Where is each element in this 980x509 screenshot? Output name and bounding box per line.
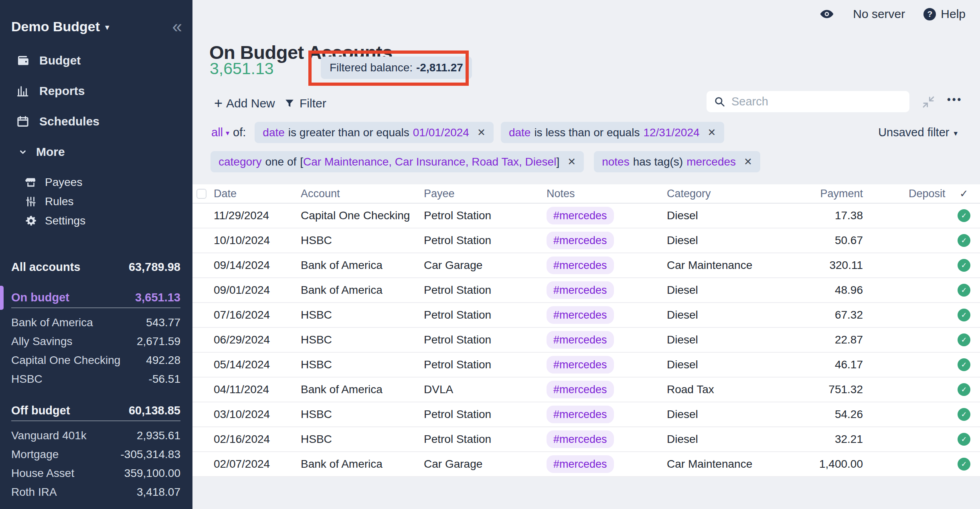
- filter-button[interactable]: Filter: [284, 95, 326, 111]
- unsaved-filter-dropdown[interactable]: Unsaved filter ▾: [878, 122, 958, 143]
- account-balance: 359,100.00: [124, 467, 180, 480]
- transaction-row[interactable]: 02/16/2024 HSBC Petrol Station #mercedes…: [192, 427, 980, 452]
- sidebar-account-item[interactable]: Roth IRA 3,418.07: [0, 483, 192, 501]
- off-budget-row[interactable]: Off budget 60,138.85: [0, 401, 192, 420]
- transaction-row[interactable]: 10/10/2024 HSBC Petrol Station #mercedes…: [192, 228, 980, 253]
- transaction-row[interactable]: 11/29/2024 Capital One Checking Petrol S…: [192, 204, 980, 228]
- note-tag[interactable]: #mercedes: [547, 232, 614, 249]
- note-tag[interactable]: #mercedes: [547, 281, 614, 299]
- transaction-payment: 751.32: [746, 383, 863, 396]
- sidebar-account-item[interactable]: Ally Savings 2,671.59: [0, 332, 192, 351]
- sidebar-account-item[interactable]: Capital One Checking 492.28: [0, 351, 192, 370]
- transaction-payment: 67.32: [746, 309, 863, 321]
- account-name: Mortgage: [11, 448, 59, 461]
- privacy-eye-button[interactable]: [819, 6, 834, 22]
- filter-condition-chip[interactable]: category one of [Car Maintenance, Car In…: [211, 151, 584, 172]
- note-tag[interactable]: #mercedes: [547, 306, 614, 324]
- select-all-checkbox[interactable]: [196, 189, 207, 199]
- filter-match-control: all ▾ of:: [211, 126, 246, 139]
- note-tag[interactable]: #mercedes: [547, 356, 614, 374]
- transaction-row[interactable]: 05/14/2024 HSBC Petrol Station #mercedes…: [192, 353, 980, 378]
- filter-match-dropdown[interactable]: all ▾: [211, 126, 229, 139]
- transaction-payment: 17.38: [746, 209, 863, 222]
- cleared-check-icon[interactable]: ✓: [958, 383, 970, 396]
- transaction-row[interactable]: 03/10/2024 HSBC Petrol Station #mercedes…: [192, 402, 980, 427]
- sidebar-account-item[interactable]: Vanguard 401k 2,935.61: [0, 426, 192, 445]
- filtered-balance-pill: Filtered balance: -2,811.27: [321, 57, 472, 79]
- remove-filter-icon[interactable]: ✕: [708, 127, 716, 138]
- sidebar-item-schedules[interactable]: Schedules: [0, 112, 192, 131]
- note-tag[interactable]: #mercedes: [547, 430, 614, 448]
- filter-field: category: [219, 156, 261, 168]
- sidebar-item-reports[interactable]: Reports: [0, 82, 192, 100]
- note-tag[interactable]: #mercedes: [547, 257, 614, 274]
- on-budget-row[interactable]: On budget 3,651.13: [0, 288, 192, 307]
- remove-filter-icon[interactable]: ✕: [744, 156, 752, 168]
- server-status-button[interactable]: No server: [853, 7, 905, 21]
- filter-condition-chip[interactable]: notes has tag(s) mercedes ✕: [594, 151, 760, 172]
- chevron-down-icon: ▾: [226, 127, 229, 137]
- more-options-button[interactable]: •••: [947, 94, 962, 105]
- filter-condition-chip[interactable]: date is greater than or equals 01/01/202…: [255, 122, 494, 143]
- column-header-notes: Notes: [547, 188, 575, 200]
- sidebar-item-settings[interactable]: Settings: [0, 212, 192, 230]
- account-name: House Asset: [11, 467, 74, 480]
- cleared-check-icon[interactable]: ✓: [958, 433, 970, 446]
- question-icon: ?: [923, 8, 936, 20]
- filter-operator: is greater than or equals: [288, 126, 409, 139]
- table-header: Date Account Payee Notes Category Paymen…: [192, 184, 980, 204]
- sidebar-item-rules[interactable]: Rules: [0, 192, 192, 211]
- sidebar-item-payees[interactable]: Payees: [0, 173, 192, 192]
- cleared-check-icon[interactable]: ✓: [958, 333, 970, 346]
- all-accounts-balance: 63,789.98: [129, 261, 180, 274]
- cleared-check-icon[interactable]: ✓: [958, 358, 970, 371]
- account-balance: 3,651.13: [210, 59, 274, 78]
- remove-filter-icon[interactable]: ✕: [567, 156, 576, 168]
- cleared-check-icon[interactable]: ✓: [958, 209, 970, 222]
- filter-condition-chip[interactable]: date is less than or equals 12/31/2024 ✕: [501, 122, 724, 143]
- cleared-check-icon[interactable]: ✓: [958, 284, 970, 297]
- cleared-check-icon[interactable]: ✓: [958, 259, 970, 272]
- remove-filter-icon[interactable]: ✕: [477, 127, 486, 138]
- cleared-check-icon[interactable]: ✓: [958, 408, 970, 421]
- sidebar-account-item[interactable]: House Asset 359,100.00: [0, 464, 192, 483]
- budget-switcher[interactable]: Demo Budget ▾: [11, 19, 109, 34]
- filter-operator: one of: [265, 156, 296, 168]
- transaction-category: Diesel: [667, 234, 698, 247]
- transaction-row[interactable]: 02/07/2024 Bank of America Car Garage #m…: [192, 452, 980, 477]
- sidebar-nav: Budget Reports Schedules More: [0, 51, 192, 231]
- transaction-payment: 1,400.00: [746, 458, 863, 471]
- sidebar-account-item[interactable]: Mortgage -305,314.83: [0, 445, 192, 464]
- sidebar-collapse-button[interactable]: «: [172, 18, 182, 35]
- sidebar-item-budget[interactable]: Budget: [0, 51, 192, 70]
- transaction-row[interactable]: 04/11/2024 Bank of America DVLA #mercede…: [192, 378, 980, 402]
- note-tag[interactable]: #mercedes: [547, 381, 614, 398]
- transaction-row[interactable]: 07/16/2024 HSBC Petrol Station #mercedes…: [192, 303, 980, 328]
- transaction-account: HSBC: [301, 333, 332, 346]
- transaction-payee: Car Garage: [424, 259, 482, 272]
- note-tag[interactable]: #mercedes: [547, 406, 614, 423]
- transaction-payee: Petrol Station: [424, 433, 491, 446]
- transaction-row[interactable]: 09/01/2024 Bank of America Petrol Statio…: [192, 278, 980, 303]
- sidebar-item-more[interactable]: More: [0, 143, 192, 161]
- topbar: No server ? Help: [819, 6, 966, 22]
- add-new-button[interactable]: + Add New: [214, 95, 275, 111]
- cleared-check-icon[interactable]: ✓: [958, 234, 970, 247]
- sidebar-account-item[interactable]: HSBC -56.51: [0, 370, 192, 388]
- group-balance: 60,138.85: [129, 404, 180, 417]
- note-tag[interactable]: #mercedes: [547, 455, 614, 473]
- all-accounts-row[interactable]: All accounts 63,789.98: [0, 258, 192, 276]
- transaction-row[interactable]: 09/14/2024 Bank of America Car Garage #m…: [192, 253, 980, 278]
- collapse-transactions-icon[interactable]: [921, 95, 935, 109]
- note-tag[interactable]: #mercedes: [547, 207, 614, 224]
- cleared-check-icon[interactable]: ✓: [958, 458, 970, 471]
- search-input[interactable]: [731, 95, 902, 109]
- sidebar-account-item[interactable]: Bank of America 543.77: [0, 313, 192, 332]
- transaction-payee: Petrol Station: [424, 209, 491, 222]
- help-button[interactable]: ? Help: [923, 7, 966, 21]
- note-tag[interactable]: #mercedes: [547, 331, 614, 349]
- transaction-row[interactable]: 06/29/2024 HSBC Petrol Station #mercedes…: [192, 328, 980, 353]
- cleared-check-icon[interactable]: ✓: [958, 309, 970, 321]
- filter-value: mercedes: [686, 156, 736, 168]
- chevron-down-icon: [18, 147, 28, 157]
